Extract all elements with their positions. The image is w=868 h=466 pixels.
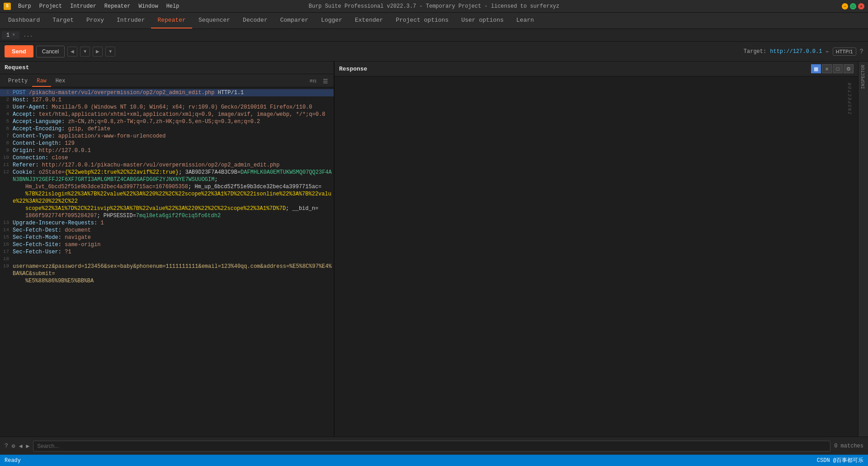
- close-tab-icon[interactable]: ×: [12, 33, 15, 38]
- nav-tab-extender[interactable]: Extender: [349, 13, 389, 29]
- line-row: 12 Cookie: o2State={%22webp%22:true%2C%2…: [0, 169, 334, 219]
- nav-tab-dashboard[interactable]: Dashboard: [2, 13, 46, 29]
- line-num: 3: [0, 104, 13, 109]
- main-content: Request Pretty Raw Hex ≡n ☰ 1 POST /pika…: [0, 62, 868, 437]
- window-controls: − □ ×: [842, 3, 864, 10]
- line-row: 1 POST /pikachu-master/vul/overpermissio…: [0, 89, 334, 96]
- menu-project[interactable]: Project: [36, 2, 66, 10]
- line-num: 19: [0, 263, 13, 269]
- resp-view-grid[interactable]: ▦: [811, 64, 821, 73]
- line-num: 14: [0, 227, 13, 233]
- title-text: Burp Suite Professional v2022.3.7 - Temp…: [309, 3, 560, 10]
- line-num: 6: [0, 125, 13, 131]
- search-settings-icon[interactable]: ⚙: [12, 442, 15, 450]
- prev-arrow-button[interactable]: ◀: [67, 47, 77, 57]
- nav-tab-target[interactable]: Target: [46, 13, 80, 29]
- format-icon[interactable]: ≡n: [307, 77, 318, 86]
- response-sidebar-label: INSPECTOR: [848, 82, 853, 114]
- right-sidebar: INSPECTOR: [858, 62, 868, 437]
- nav-tab-sequencer[interactable]: Sequencer: [192, 13, 236, 29]
- request-panel-title: Request: [0, 62, 334, 74]
- cancel-button[interactable]: Cancel: [36, 46, 65, 57]
- target-edit-icon[interactable]: ✏: [826, 48, 829, 55]
- line-row: 8 Content-Length: 129: [0, 140, 334, 147]
- tabs-ellipsis: ...: [20, 32, 36, 38]
- line-content: Accept: text/html,application/xhtml+xml,…: [13, 111, 334, 118]
- nav-tab-logger[interactable]: Logger: [315, 13, 349, 29]
- minimize-button[interactable]: −: [842, 3, 848, 10]
- resp-settings-btn[interactable]: ⚙: [844, 64, 854, 73]
- prev-drop-button[interactable]: ▼: [80, 47, 90, 57]
- line-row: 7 Content-Type: application/x-www-form-u…: [0, 133, 334, 140]
- status-watermark: CSDN @百事都可乐: [817, 456, 863, 464]
- menu-help[interactable]: Help: [163, 2, 183, 10]
- menu-intruder[interactable]: Intruder: [66, 2, 100, 10]
- nav-tab-intruder[interactable]: Intruder: [110, 13, 151, 29]
- request-panel: Request Pretty Raw Hex ≡n ☰ 1 POST /pika…: [0, 62, 335, 437]
- line-content: Accept-Language: zh-CN,zh;q=0.8,zh-TW;q=…: [13, 118, 334, 125]
- line-row: 4 Accept: text/html,application/xhtml+xm…: [0, 111, 334, 118]
- line-num: 13: [0, 219, 13, 225]
- title-bar: S Burp Project Intruder Repeater Window …: [0, 0, 868, 13]
- toolbar: Send Cancel ◀ ▼ ▶ ▼ Target: http://127.0…: [0, 42, 868, 62]
- line-num: 10: [0, 154, 13, 160]
- search-prev-icon[interactable]: ◀: [19, 442, 23, 450]
- subtab-pretty[interactable]: Pretty: [4, 76, 32, 87]
- line-content: Origin: http://127.0.0.1: [13, 147, 334, 154]
- line-num: 16: [0, 241, 13, 247]
- close-button[interactable]: ×: [858, 3, 864, 10]
- search-next-icon[interactable]: ▶: [26, 442, 29, 450]
- nav-tab-project-options[interactable]: Project options: [389, 13, 455, 29]
- line-num: 7: [0, 133, 13, 138]
- line-content: Sec-Fetch-Dest: document: [13, 227, 334, 234]
- line-content: Sec-Fetch-Site: same-origin: [13, 241, 334, 248]
- search-help-icon[interactable]: ?: [5, 442, 8, 449]
- subtab-icons: ≡n ☰: [307, 77, 330, 86]
- sidebar-inspector-icon[interactable]: INSPECTOR: [859, 63, 867, 90]
- nav-tab-decoder[interactable]: Decoder: [236, 13, 274, 29]
- line-num: 2: [0, 96, 13, 102]
- line-num: 12: [0, 169, 13, 175]
- nav-tab-user-options[interactable]: User options: [455, 13, 510, 29]
- nav-tab-repeater[interactable]: Repeater: [151, 13, 192, 29]
- line-content: Upgrade-Insecure-Requests: 1: [13, 219, 334, 227]
- subtab-raw[interactable]: Raw: [32, 76, 51, 87]
- line-row: 10 Connection: close: [0, 154, 334, 162]
- nav-tab-learn[interactable]: Learn: [510, 13, 540, 29]
- subtab-hex[interactable]: Hex: [51, 76, 70, 87]
- menu-burp[interactable]: Burp: [14, 2, 35, 10]
- http-version-button[interactable]: HTTP/1: [833, 48, 856, 56]
- line-row: 6 Accept-Encoding: gzip, deflate: [0, 125, 334, 133]
- line-content: Cookie: o2State={%22webp%22:true%2C%22av…: [13, 169, 334, 219]
- line-row: 3 User-Agent: Mozilla/5.0 (Windows NT 10…: [0, 104, 334, 111]
- line-content: Connection: close: [13, 154, 334, 162]
- request-content[interactable]: 1 POST /pikachu-master/vul/overpermissio…: [0, 87, 334, 437]
- maximize-button[interactable]: □: [850, 3, 856, 10]
- line-content: Content-Type: application/x-www-form-url…: [13, 133, 334, 140]
- resp-view-lines[interactable]: ≡: [822, 64, 832, 73]
- line-content: username=xzz&password=123456&sex=baby&ph…: [13, 263, 334, 285]
- line-row: 16 Sec-Fetch-Site: same-origin: [0, 241, 334, 248]
- line-num: 18: [0, 256, 13, 262]
- search-input[interactable]: [33, 441, 830, 452]
- send-button[interactable]: Send: [5, 45, 33, 57]
- status-bar: Ready CSDN @百事都可乐: [0, 455, 868, 466]
- request-tab-1[interactable]: 1 ×: [2, 31, 19, 39]
- menu-repeater[interactable]: Repeater: [101, 2, 134, 10]
- title-bar-left: S Burp Project Intruder Repeater Window …: [4, 2, 183, 10]
- response-panel-header: Response ▦ ≡ □ ⚙: [335, 62, 858, 76]
- resp-view-box[interactable]: □: [833, 64, 843, 73]
- tabs-row: 1 × ...: [0, 29, 868, 42]
- menu-window[interactable]: Window: [135, 2, 161, 10]
- menu-icon[interactable]: ☰: [321, 77, 330, 86]
- target-label: Target:: [744, 48, 766, 55]
- response-panel-title: Response: [339, 66, 367, 72]
- next-arrow-button[interactable]: ▶: [93, 47, 103, 57]
- nav-tab-proxy[interactable]: Proxy: [80, 13, 110, 29]
- help-icon[interactable]: ?: [860, 48, 863, 55]
- status-ready: Ready: [5, 457, 21, 464]
- nav-tab-comparer[interactable]: Comparer: [274, 13, 315, 29]
- next-drop-button[interactable]: ▼: [105, 47, 115, 57]
- target-info: Target: http://127.0.0.1 ✏ HTTP/1 ?: [744, 48, 863, 56]
- line-num: 5: [0, 118, 13, 124]
